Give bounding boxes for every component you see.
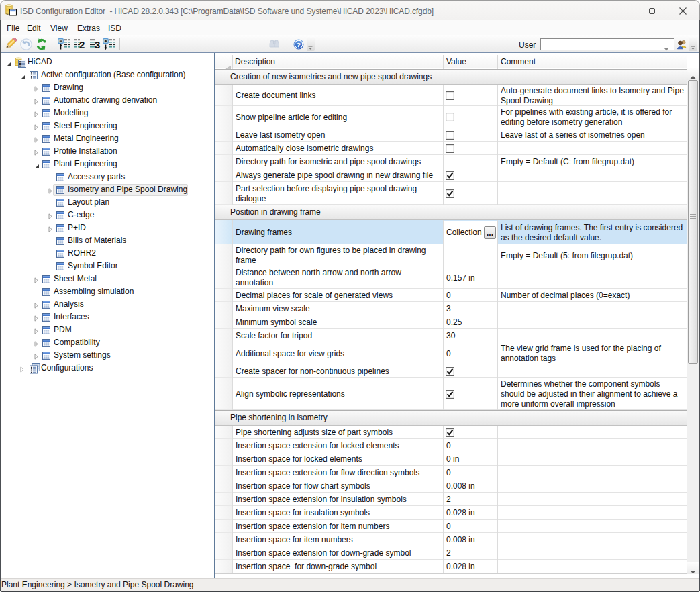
svg-text:?: ? <box>297 41 301 48</box>
svg-text:2: 2 <box>79 39 85 50</box>
svg-text:3: 3 <box>95 39 100 50</box>
